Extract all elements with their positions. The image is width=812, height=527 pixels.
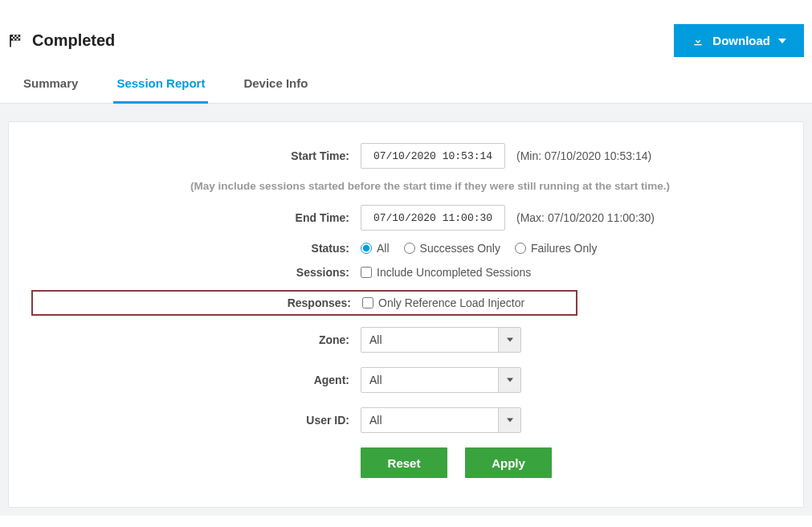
agent-label: Agent: — [25, 374, 361, 386]
status-radio-successes-input[interactable] — [404, 243, 415, 254]
chevron-down-icon — [498, 408, 520, 432]
checkered-flag-icon — [8, 34, 22, 48]
user-id-select-value: All — [361, 408, 498, 432]
responses-checkbox[interactable]: Only Reference Load Injector — [362, 296, 524, 309]
user-id-select[interactable]: All — [361, 407, 521, 433]
zone-label: Zone: — [25, 333, 361, 346]
sessions-checkbox-input[interactable] — [361, 267, 372, 278]
zone-select-value: All — [361, 328, 498, 352]
sessions-label: Sessions: — [25, 266, 361, 279]
filter-panel: Start Time: (Min: 07/10/2020 10:53:14) (… — [8, 121, 804, 508]
sessions-checkbox[interactable]: Include Uncompleted Sessions — [361, 266, 531, 279]
end-time-label: End Time: — [25, 211, 361, 224]
sessions-checkbox-label: Include Uncompleted Sessions — [377, 266, 531, 279]
svg-rect-3 — [18, 35, 20, 36]
svg-rect-5 — [17, 36, 18, 38]
chevron-down-icon — [778, 37, 786, 45]
start-time-hint: (Min: 07/10/2020 10:53:14) — [516, 149, 651, 162]
svg-rect-4 — [13, 36, 14, 38]
status-radio-failures[interactable]: Failures Only — [515, 242, 597, 255]
chevron-down-icon — [498, 328, 520, 352]
download-icon — [692, 35, 704, 47]
agent-select-value: All — [361, 368, 498, 392]
start-time-input[interactable] — [361, 143, 505, 169]
svg-rect-2 — [14, 35, 16, 36]
responses-checkbox-input[interactable] — [362, 297, 373, 308]
tabs: Summary Session Report Device Info — [0, 57, 812, 104]
start-time-note: (May include sessions started before the… — [25, 180, 787, 192]
reset-button[interactable]: Reset — [361, 447, 447, 478]
svg-rect-8 — [18, 39, 20, 40]
end-time-hint: (Max: 07/10/2020 11:00:30) — [516, 211, 655, 224]
page-header: Completed Download — [0, 0, 812, 57]
status-label: Status: — [25, 242, 361, 255]
svg-rect-6 — [11, 39, 13, 40]
status-radio-successes[interactable]: Successes Only — [404, 242, 500, 255]
status-radio-successes-label: Successes Only — [420, 242, 500, 255]
svg-rect-0 — [10, 35, 11, 47]
end-time-input[interactable] — [361, 205, 505, 231]
responses-label: Responses: — [33, 296, 362, 309]
tab-session-report[interactable]: Session Report — [113, 76, 208, 104]
svg-rect-7 — [14, 39, 16, 40]
svg-rect-10 — [695, 44, 702, 45]
tab-summary[interactable]: Summary — [20, 76, 81, 104]
tab-device-info[interactable]: Device Info — [240, 76, 311, 104]
apply-button[interactable]: Apply — [465, 447, 552, 478]
download-button[interactable]: Download — [674, 24, 804, 57]
svg-rect-1 — [11, 35, 13, 36]
status-radio-failures-input[interactable] — [515, 243, 526, 254]
zone-select[interactable]: All — [361, 327, 521, 353]
responses-checkbox-label: Only Reference Load Injector — [378, 296, 524, 309]
responses-highlight-box: Responses: Only Reference Load Injector — [31, 290, 577, 316]
status-radio-all[interactable]: All — [361, 242, 390, 255]
status-radio-failures-label: Failures Only — [531, 242, 597, 255]
start-time-label: Start Time: — [25, 149, 361, 162]
user-id-label: User ID: — [25, 414, 361, 427]
status-radio-all-input[interactable] — [361, 243, 372, 254]
status-radio-all-label: All — [377, 242, 390, 255]
page-title: Completed — [32, 31, 115, 50]
download-label: Download — [712, 34, 770, 47]
agent-select[interactable]: All — [361, 367, 521, 393]
chevron-down-icon — [498, 368, 520, 392]
